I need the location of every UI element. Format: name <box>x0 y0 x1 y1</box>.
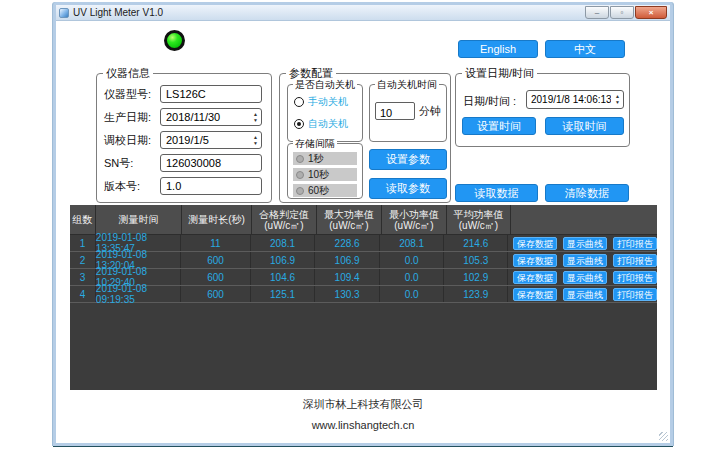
show-curve-button[interactable]: 显示曲线 <box>563 254 607 267</box>
spin-down-icon[interactable]: ▼ <box>253 117 258 123</box>
device-model-input[interactable] <box>161 86 261 102</box>
app-window: UV Light Meter V1.0 – ▫ × English 中文 仪器信… <box>53 2 673 446</box>
minimize-icon[interactable]: – <box>585 6 609 19</box>
production-date-label: 生产日期: <box>104 110 160 125</box>
auto-off-time-legend: 自动关机时间 <box>375 79 439 90</box>
datetime-spinner[interactable]: ▲▼ <box>615 92 620 106</box>
company-name: 深圳市林上科技有限公司 <box>56 397 670 412</box>
serial-number-row: SN号: <box>104 154 262 172</box>
datetime-legend: 设置日期/时间 <box>462 67 537 79</box>
table-empty-area <box>70 303 657 389</box>
auto-off-mode-group: 是否自动关机 手动关机 自动关机 <box>287 84 363 142</box>
set-time-button[interactable]: 设置时间 <box>462 117 536 135</box>
device-model-label: 仪器型号: <box>104 87 160 102</box>
version-label: 版本号: <box>104 179 160 194</box>
spin-down-icon[interactable]: ▼ <box>615 99 620 105</box>
radio-unselected-icon[interactable] <box>294 97 304 107</box>
client-area: English 中文 仪器信息 仪器型号: 生产日期: ▲▼ 调校日期: <box>56 21 670 443</box>
calibration-date-label: 调校日期: <box>104 133 160 148</box>
param-config-group: 参数配置 是否自动关机 手动关机 自动关机 自动关机时间 <box>279 73 451 203</box>
save-data-button[interactable]: 保存数据 <box>513 237 557 250</box>
manual-off-radio[interactable]: 手动关机 <box>294 95 348 109</box>
table-row: 4 2019-01-08 09:19:35 600 125.1 130.3 0.… <box>70 286 657 303</box>
radio-disabled-icon[interactable] <box>296 187 304 195</box>
auto-off-radio[interactable]: 自动关机 <box>294 117 348 131</box>
chinese-language-button[interactable]: 中文 <box>545 40 625 58</box>
read-params-button[interactable]: 读取参数 <box>369 178 447 199</box>
serial-number-label: SN号: <box>104 156 160 171</box>
radio-disabled-icon[interactable] <box>296 171 304 179</box>
print-report-button[interactable]: 打印报告 <box>613 288 657 301</box>
production-date-spinner[interactable]: ▲▼ <box>253 110 258 124</box>
storage-interval-legend: 存储间隔 <box>293 138 337 149</box>
header-group: 组数 <box>70 205 96 234</box>
calibration-date-field: ▲▼ <box>160 131 262 149</box>
device-model-row: 仪器型号: <box>104 85 262 103</box>
header-max: 最大功率值(uW/c㎡) <box>317 205 382 234</box>
header-duration: 测量时长(秒) <box>182 205 252 234</box>
save-data-button[interactable]: 保存数据 <box>513 288 557 301</box>
show-curve-button[interactable]: 显示曲线 <box>563 271 607 284</box>
header-threshold: 合格判定值(uW/c㎡) <box>252 205 317 234</box>
auto-off-time-row: 分钟 <box>375 102 441 120</box>
close-icon[interactable]: × <box>635 6 667 19</box>
version-row: 版本号: <box>104 177 262 195</box>
table-header: 组数 测量时间 测量时长(秒) 合格判定值(uW/c㎡) 最大功率值(uW/c㎡… <box>70 205 657 235</box>
auto-off-time-group: 自动关机时间 分钟 <box>369 84 447 142</box>
measurement-table: 组数 测量时间 测量时长(秒) 合格判定值(uW/c㎡) 最大功率值(uW/c㎡… <box>70 205 657 390</box>
show-curve-button[interactable]: 显示曲线 <box>563 288 607 301</box>
interval-1s-radio[interactable]: 1秒 <box>293 152 357 165</box>
production-date-field: ▲▼ <box>160 108 262 126</box>
company-website: www.linshangtech.cn <box>56 419 670 431</box>
minutes-unit-label: 分钟 <box>419 104 441 119</box>
print-report-button[interactable]: 打印报告 <box>613 237 657 250</box>
clear-data-button[interactable]: 清除数据 <box>545 184 629 202</box>
datetime-input[interactable] <box>527 91 623 108</box>
app-icon <box>59 8 69 18</box>
show-curve-button[interactable]: 显示曲线 <box>563 237 607 250</box>
datetime-field: ▲▼ <box>526 90 624 109</box>
auto-off-time-field <box>375 102 415 120</box>
device-info-legend: 仪器信息 <box>103 67 153 79</box>
set-params-button[interactable]: 设置参数 <box>369 149 447 170</box>
connection-status-led-icon <box>164 30 185 51</box>
spin-down-icon[interactable]: ▼ <box>253 140 258 146</box>
serial-number-field <box>160 154 262 172</box>
radio-selected-icon[interactable] <box>294 119 304 129</box>
datetime-label: 日期/时间 : <box>463 94 516 109</box>
serial-number-input[interactable] <box>161 155 261 171</box>
save-data-button[interactable]: 保存数据 <box>513 254 557 267</box>
radio-disabled-icon[interactable] <box>296 155 304 163</box>
production-date-row: 生产日期: ▲▼ <box>104 108 262 126</box>
production-date-input[interactable] <box>161 109 261 125</box>
device-info-group: 仪器信息 仪器型号: 生产日期: ▲▼ 调校日期: ▲▼ <box>96 73 272 203</box>
print-report-button[interactable]: 打印报告 <box>613 271 657 284</box>
auto-off-time-input[interactable] <box>376 105 414 121</box>
english-language-button[interactable]: English <box>458 40 538 58</box>
read-data-button[interactable]: 读取数据 <box>455 184 538 202</box>
param-config-legend: 参数配置 <box>286 67 336 79</box>
interval-60s-radio[interactable]: 60秒 <box>293 184 357 197</box>
header-avg: 平均功率值(uW/c㎡) <box>447 205 511 234</box>
header-min: 最小功率值(uW/c㎡) <box>382 205 447 234</box>
print-report-button[interactable]: 打印报告 <box>613 254 657 267</box>
version-input[interactable] <box>161 178 261 194</box>
save-data-button[interactable]: 保存数据 <box>513 271 557 284</box>
interval-10s-radio[interactable]: 10秒 <box>293 168 357 181</box>
version-field <box>160 177 262 195</box>
title-bar[interactable]: UV Light Meter V1.0 – ▫ × <box>56 5 670 21</box>
maximize-icon[interactable]: ▫ <box>610 6 634 19</box>
window-title: UV Light Meter V1.0 <box>73 5 163 21</box>
storage-interval-group: 存储间隔 1秒 10秒 60秒 <box>287 143 363 199</box>
calibration-date-input[interactable] <box>161 132 261 148</box>
datetime-group: 设置日期/时间 日期/时间 : ▲▼ <box>455 73 630 147</box>
header-actions <box>511 205 657 234</box>
calibration-date-spinner[interactable]: ▲▼ <box>253 133 258 147</box>
resize-grip[interactable] <box>659 432 668 441</box>
window-controls: – ▫ × <box>585 6 667 19</box>
read-time-button[interactable]: 读取时间 <box>545 117 624 135</box>
auto-off-mode-legend: 是否自动关机 <box>293 79 357 90</box>
device-model-field <box>160 85 262 103</box>
header-time: 测量时间 <box>96 205 182 234</box>
calibration-date-row: 调校日期: ▲▼ <box>104 131 262 149</box>
